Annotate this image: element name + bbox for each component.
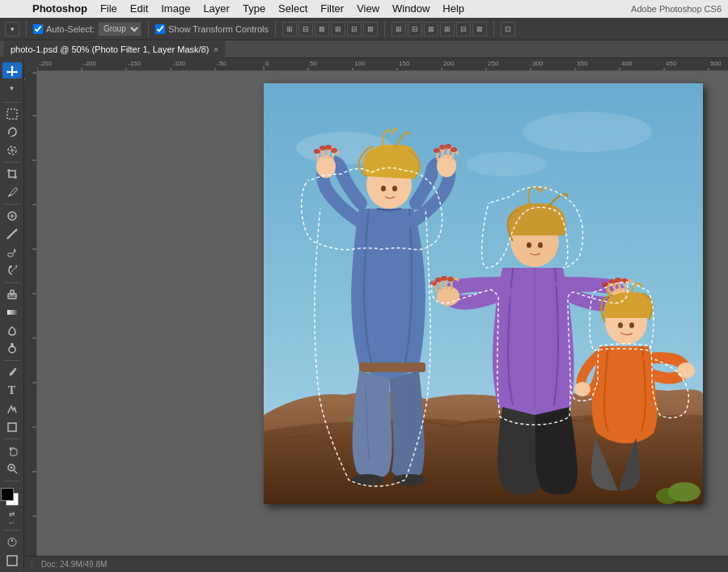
eyedropper-tool[interactable] <box>2 184 22 200</box>
svg-point-116 <box>574 382 590 396</box>
sep2 <box>148 21 149 37</box>
menu-edit[interactable]: Edit <box>124 0 154 18</box>
dist-left-icon[interactable]: ⊞ <box>440 22 455 36</box>
auto-select-dropdown[interactable]: Group Layer <box>98 22 142 36</box>
align-left-icon[interactable]: ⊞ <box>331 22 345 36</box>
scene-svg <box>264 83 703 504</box>
transform-controls-checkbox[interactable] <box>155 24 165 34</box>
svg-rect-56 <box>8 253 13 256</box>
svg-point-99 <box>527 243 531 248</box>
toolbar: ▼ <box>0 59 24 572</box>
svg-rect-47 <box>7 109 17 119</box>
svg-marker-46 <box>6 66 18 76</box>
history-brush-tool[interactable] <box>2 262 22 278</box>
title-bar-text: Adobe Photoshop CS6 <box>631 4 722 14</box>
tool-sep-6 <box>4 439 20 439</box>
svg-rect-59 <box>11 290 14 294</box>
eraser-tool[interactable] <box>2 286 22 302</box>
document-tab-label: photo-1.psd @ 50% (Photo Filter 1, Layer… <box>11 44 209 54</box>
svg-rect-95 <box>359 362 425 372</box>
svg-point-106 <box>447 277 454 282</box>
apple-logo[interactable] <box>6 0 21 18</box>
svg-point-105 <box>441 276 447 281</box>
align-hcenter-icon[interactable]: ⊟ <box>347 22 362 36</box>
dist-right-icon[interactable]: ⊠ <box>472 22 487 36</box>
menu-filter[interactable]: Filter <box>314 0 350 18</box>
tool-sep-3 <box>4 204 20 205</box>
menu-layer[interactable]: Layer <box>197 0 236 18</box>
arrange-icon[interactable]: ⊡ <box>501 22 515 36</box>
move-tool-arrow[interactable]: ▼ <box>2 80 22 96</box>
doc-size-display: Doc: 24.9M/49.8M <box>41 560 108 569</box>
align-top-icon[interactable]: ⊞ <box>282 22 297 36</box>
foreground-color-swatch[interactable] <box>1 488 14 501</box>
tab-bar: photo-1.psd @ 50% (Photo Filter 1, Layer… <box>0 40 728 58</box>
svg-point-83 <box>381 186 386 192</box>
blur-tool[interactable] <box>2 322 22 338</box>
dist-bottom-icon[interactable]: ⊠ <box>424 22 438 36</box>
quick-mask-mode[interactable] <box>2 534 22 550</box>
svg-point-113 <box>618 323 623 328</box>
menu-type[interactable]: Type <box>236 0 272 18</box>
rectangular-marquee-tool[interactable] <box>2 106 22 122</box>
menu-photoshop[interactable]: Photoshop <box>26 0 94 18</box>
svg-rect-72 <box>7 556 17 566</box>
dodge-tool[interactable] <box>2 341 22 357</box>
menu-help[interactable]: Help <box>436 0 471 18</box>
clone-stamp-tool[interactable] <box>2 244 22 261</box>
canvas-area[interactable] <box>37 71 728 572</box>
svg-point-110 <box>615 278 621 282</box>
document-tab[interactable]: photo-1.psd @ 50% (Photo Filter 1, Layer… <box>3 40 226 58</box>
type-tool[interactable]: T <box>2 383 22 399</box>
zoom-tool[interactable] <box>2 460 22 477</box>
tool-sep-8 <box>4 530 20 531</box>
menu-window[interactable]: Window <box>386 0 436 18</box>
align-right-icon[interactable]: ⊠ <box>363 22 378 36</box>
svg-point-92 <box>439 145 446 150</box>
dist-top-icon[interactable]: ⊞ <box>392 22 406 36</box>
svg-point-91 <box>434 148 440 153</box>
sep5 <box>493 21 494 37</box>
gradient-tool[interactable] <box>2 304 22 320</box>
svg-line-52 <box>8 194 11 197</box>
svg-point-89 <box>331 148 337 153</box>
crop-tool[interactable] <box>2 166 22 182</box>
photo-canvas <box>264 83 703 504</box>
brush-tool[interactable] <box>2 226 22 242</box>
menu-image[interactable]: Image <box>154 0 197 18</box>
pen-tool[interactable] <box>2 364 22 380</box>
dist-vcenter-icon[interactable]: ⊟ <box>408 22 422 36</box>
lasso-tool[interactable] <box>2 124 22 140</box>
align-vcenter-icon[interactable]: ⊟ <box>298 22 313 36</box>
menu-view[interactable]: View <box>350 0 386 18</box>
tool-presets-icon[interactable]: ▾ <box>5 22 19 36</box>
quick-select-tool[interactable] <box>2 142 22 159</box>
menu-file[interactable]: File <box>94 0 124 18</box>
align-bottom-icon[interactable]: ⊠ <box>315 22 329 36</box>
align-icons: ⊞ ⊟ ⊠ ⊞ ⊟ ⊠ <box>282 22 378 36</box>
reset-colors-icon[interactable]: ↩ <box>9 519 15 527</box>
svg-point-100 <box>538 243 543 248</box>
color-swatches <box>1 488 23 507</box>
tab-close-button[interactable]: × <box>214 45 218 54</box>
hand-tool[interactable] <box>2 443 22 459</box>
healing-brush-tool[interactable] <box>2 208 22 224</box>
screen-mode[interactable] <box>2 553 22 569</box>
distribute-icons: ⊞ ⊟ ⊠ ⊞ ⊟ ⊠ <box>392 22 487 36</box>
auto-select-label: Auto-Select: <box>46 24 95 34</box>
svg-point-94 <box>451 147 457 152</box>
svg-point-81 <box>656 488 680 504</box>
svg-point-96 <box>351 474 383 485</box>
dist-hcenter-icon[interactable]: ⊟ <box>456 22 471 36</box>
menu-select[interactable]: Select <box>272 0 314 18</box>
tool-sep-7 <box>4 481 20 481</box>
path-select-tool[interactable] <box>2 400 22 417</box>
shape-tool[interactable] <box>2 418 22 434</box>
svg-point-114 <box>629 323 634 328</box>
swap-colors-icon[interactable]: ⇄ <box>9 510 15 518</box>
move-tool[interactable] <box>2 62 22 78</box>
svg-point-104 <box>435 278 442 282</box>
svg-point-87 <box>320 146 326 150</box>
svg-line-68 <box>14 470 17 473</box>
auto-select-checkbox[interactable] <box>33 24 43 34</box>
